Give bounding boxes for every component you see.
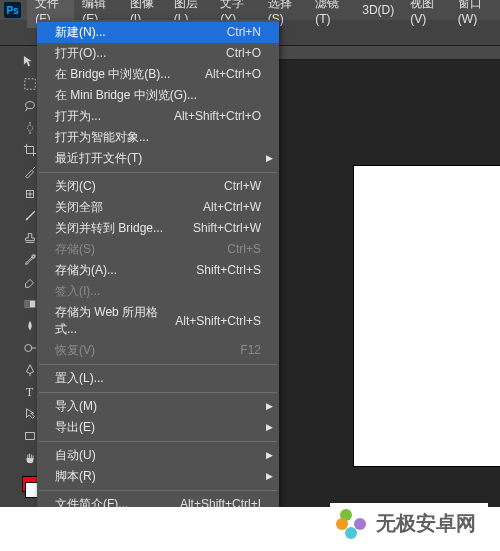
menu-6[interactable]: 滤镜(T) [307, 0, 354, 28]
file-menu-item[interactable]: 存储为(A)...Shift+Ctrl+S [37, 260, 279, 281]
dock-gutter [0, 46, 16, 551]
menu-item-label: 在 Mini Bridge 中浏览(G)... [55, 87, 197, 104]
menu-item-label: 关闭全部 [55, 199, 103, 216]
menu-9[interactable]: 窗口(W) [450, 0, 500, 28]
file-menu-item[interactable]: 关闭全部Alt+Ctrl+W [37, 197, 279, 218]
menu-item-label: 打开(O)... [55, 45, 106, 62]
menu-separator [39, 490, 277, 491]
file-menu-item[interactable]: 关闭并转到 Bridge...Shift+Ctrl+W [37, 218, 279, 239]
menu-item-shortcut: Shift+Ctrl+S [196, 262, 261, 279]
submenu-arrow-icon: ▶ [266, 419, 273, 436]
svg-rect-0 [24, 79, 35, 90]
menu-item-shortcut: Alt+Ctrl+W [203, 199, 261, 216]
menu-item-label: 自动(U) [55, 447, 96, 464]
menu-item-label: 打开为智能对象... [55, 129, 149, 146]
file-menu-item[interactable]: 打开为智能对象... [37, 127, 279, 148]
menu-7[interactable]: 3D(D) [354, 1, 402, 19]
watermark-text: 无极安卓网 [376, 510, 476, 537]
menu-item-label: 签入(I)... [55, 283, 100, 300]
file-menu-item[interactable]: 最近打开文件(T)▶ [37, 148, 279, 169]
file-menu-item[interactable]: 打开为...Alt+Shift+Ctrl+O [37, 106, 279, 127]
file-menu-item[interactable]: 存储为 Web 所用格式...Alt+Shift+Ctrl+S [37, 302, 279, 340]
file-menu-dropdown: 新建(N)...Ctrl+N打开(O)...Ctrl+O在 Bridge 中浏览… [37, 20, 279, 551]
menu-item-label: 存储(S) [55, 241, 95, 258]
watermark-logo-icon [336, 509, 368, 537]
file-menu-item[interactable]: 在 Bridge 中浏览(B)...Alt+Ctrl+O [37, 64, 279, 85]
menu-separator [39, 392, 277, 393]
menu-item-shortcut: Ctrl+W [224, 178, 261, 195]
svg-rect-9 [25, 433, 34, 440]
photoshop-window: Ps 文件(F)编辑(E)图像(I)图层(L)文字(Y)选择(S)滤镜(T)3D… [0, 0, 500, 551]
menu-item-shortcut: Ctrl+O [226, 45, 261, 62]
menu-item-label: 恢复(V) [55, 342, 95, 359]
menu-item-label: 关闭(C) [55, 178, 96, 195]
menu-item-shortcut: Alt+Shift+Ctrl+S [175, 313, 261, 330]
menu-item-label: 脚本(R) [55, 468, 96, 485]
submenu-arrow-icon: ▶ [266, 398, 273, 415]
file-menu-item: 签入(I)... [37, 281, 279, 302]
document-canvas[interactable] [354, 166, 500, 466]
menu-item-label: 置入(L)... [55, 370, 104, 387]
file-menu-item[interactable]: 导入(M)▶ [37, 396, 279, 417]
menu-separator [39, 172, 277, 173]
svg-rect-6 [24, 301, 29, 308]
menu-item-label: 关闭并转到 Bridge... [55, 220, 163, 237]
menubar: Ps 文件(F)编辑(E)图像(I)图层(L)文字(Y)选择(S)滤镜(T)3D… [0, 0, 500, 20]
menu-item-shortcut: Alt+Shift+Ctrl+O [174, 108, 261, 125]
svg-point-7 [24, 345, 31, 352]
menu-item-shortcut: Ctrl+N [227, 24, 261, 41]
file-menu-item[interactable]: 脚本(R)▶ [37, 466, 279, 487]
svg-point-2 [27, 125, 32, 130]
file-menu-item[interactable]: 自动(U)▶ [37, 445, 279, 466]
submenu-arrow-icon: ▶ [266, 447, 273, 464]
file-menu-item[interactable]: 在 Mini Bridge 中浏览(G)... [37, 85, 279, 106]
menu-item-shortcut: F12 [240, 342, 261, 359]
menu-separator [39, 441, 277, 442]
menu-item-label: 最近打开文件(T) [55, 150, 142, 167]
menu-separator [39, 364, 277, 365]
file-menu-item[interactable]: 导出(E)▶ [37, 417, 279, 438]
menu-item-label: 存储为(A)... [55, 262, 117, 279]
menu-item-shortcut: Shift+Ctrl+W [193, 220, 261, 237]
app-logo[interactable]: Ps [4, 2, 21, 18]
menu-item-label: 在 Bridge 中浏览(B)... [55, 66, 170, 83]
menu-item-shortcut: Ctrl+S [227, 241, 261, 258]
watermark: 无极安卓网 [330, 503, 488, 543]
file-menu-item[interactable]: 置入(L)... [37, 368, 279, 389]
menu-item-label: 打开为... [55, 108, 101, 125]
svg-text:T: T [25, 385, 33, 399]
svg-point-1 [25, 102, 34, 109]
menu-8[interactable]: 视图(V) [402, 0, 450, 28]
file-menu-item[interactable]: 新建(N)...Ctrl+N [37, 22, 279, 43]
file-menu-item: 存储(S)Ctrl+S [37, 239, 279, 260]
menu-item-label: 新建(N)... [55, 24, 106, 41]
menu-item-label: 存储为 Web 所用格式... [55, 304, 175, 338]
submenu-arrow-icon: ▶ [266, 150, 273, 167]
file-menu-item[interactable]: 打开(O)...Ctrl+O [37, 43, 279, 64]
submenu-arrow-icon: ▶ [266, 468, 273, 485]
menu-item-shortcut: Alt+Ctrl+O [205, 66, 261, 83]
menu-item-label: 导出(E) [55, 419, 95, 436]
menu-item-label: 导入(M) [55, 398, 97, 415]
file-menu-item[interactable]: 关闭(C)Ctrl+W [37, 176, 279, 197]
file-menu-item: 恢复(V)F12 [37, 340, 279, 361]
